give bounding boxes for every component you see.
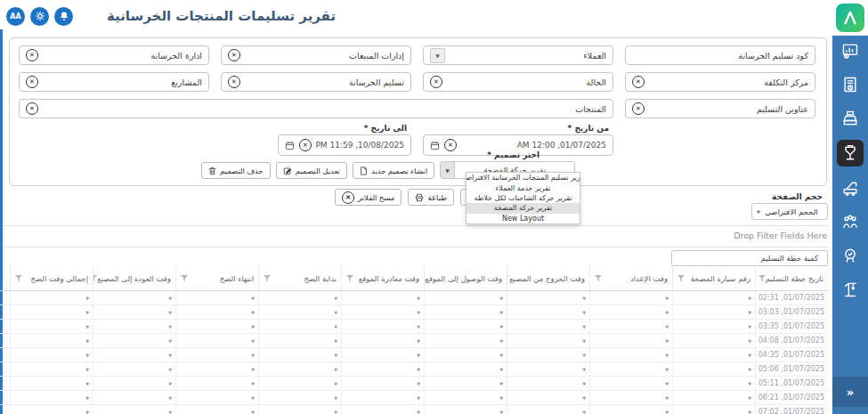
notifications-button[interactable] [54, 7, 73, 26]
cell-chevron-down-icon[interactable]: ▼ [499, 324, 503, 329]
cell-chevron-down-icon[interactable]: ▼ [251, 353, 255, 358]
sidebar-item-tower-crane[interactable] [837, 277, 864, 302]
chevron-down-icon[interactable]: ▼ [441, 162, 455, 178]
table-cell[interactable]: ▼ [507, 320, 589, 333]
cell-chevron-down-icon[interactable]: ▼ [665, 410, 669, 414]
cell-chevron-down-icon[interactable]: ▼ [582, 296, 586, 301]
table-cell[interactable]: ▼ [93, 391, 175, 404]
cell-chevron-down-icon[interactable]: ▼ [499, 395, 503, 401]
cell-chevron-down-icon[interactable]: ▼ [665, 324, 669, 329]
table-cell[interactable]: ▼ [258, 320, 341, 333]
cell-chevron-down-icon[interactable]: ▼ [582, 324, 586, 329]
table-cell[interactable]: ▼ [175, 334, 258, 347]
table-cell[interactable]: ▼ [258, 362, 341, 376]
filter-input[interactable]: مركز التكلفة✕ [625, 72, 815, 92]
table-cell[interactable]: ▼ [10, 362, 93, 376]
clear-field-icon[interactable]: ✕ [26, 49, 38, 61]
table-cell[interactable]: ▼ [424, 405, 507, 414]
cell-chevron-down-icon[interactable]: ▼ [417, 338, 420, 344]
table-cell[interactable]: ▼ [672, 405, 755, 414]
cell-chevron-down-icon[interactable]: ▼ [251, 324, 255, 329]
design-option[interactable]: New Layout [466, 214, 580, 223]
app-logo[interactable] [836, 4, 864, 32]
table-cell[interactable]: ▼ [507, 348, 589, 361]
cell-chevron-down-icon[interactable]: ▼ [251, 296, 255, 301]
cell-chevron-down-icon[interactable]: ▼ [168, 395, 172, 401]
table-cell[interactable]: ▼ [175, 391, 258, 404]
cell-chevron-down-icon[interactable]: ▼ [417, 296, 420, 301]
table-cell[interactable]: ▼ [672, 348, 755, 361]
table-cell[interactable]: ▼ [93, 320, 175, 333]
cell-chevron-down-icon[interactable]: ▼ [251, 410, 255, 414]
filter-input[interactable]: ادارة الخرسانة✕ [19, 45, 209, 65]
table-cell[interactable]: ▼ [10, 305, 93, 319]
table-cell[interactable]: ▼ [507, 377, 589, 390]
table-cell[interactable]: ▼ [175, 362, 258, 376]
table-cell[interactable]: ▼ [258, 391, 341, 404]
table-cell[interactable]: ▼ [589, 362, 672, 376]
cell-chevron-down-icon[interactable]: ▼ [334, 367, 337, 372]
design-option[interactable]: تقرير خدمة العملاء [466, 183, 580, 192]
table-cell[interactable]: ▼ [672, 362, 755, 376]
cell-chevron-down-icon[interactable]: ▼ [417, 310, 420, 315]
cell-chevron-down-icon[interactable]: ▼ [748, 367, 751, 372]
table-cell[interactable]: ▼ [341, 348, 424, 361]
filter-funnel-icon[interactable] [595, 275, 602, 282]
table-cell[interactable]: ▼ [589, 334, 672, 347]
sidebar-item-workers[interactable] [837, 209, 864, 234]
print-button[interactable]: طباعة [408, 189, 454, 206]
table-cell[interactable]: ▼ [507, 334, 589, 347]
column-header[interactable]: وقت مغادرة الموقع [341, 266, 424, 290]
sidebar-item-concrete-pump[interactable] [837, 175, 864, 200]
filter-funnel-icon[interactable] [15, 275, 22, 282]
create-design-button[interactable]: انشاء تصميم جديد [353, 162, 434, 179]
table-cell[interactable]: ▼ [93, 377, 175, 390]
table-cell[interactable]: ▼ [93, 334, 175, 347]
cell-chevron-down-icon[interactable]: ▼ [417, 324, 420, 329]
calendar-icon[interactable] [430, 141, 440, 150]
table-cell[interactable]: ▼ [672, 391, 755, 404]
table-cell[interactable]: ▼ [507, 291, 589, 304]
cell-chevron-down-icon[interactable]: ▼ [582, 395, 586, 401]
table-cell[interactable]: ▼ [10, 291, 93, 304]
clear-field-icon[interactable]: ✕ [430, 76, 442, 88]
design-option[interactable]: تقرير حركة الشاحنات لكل خلاطة [466, 193, 580, 203]
table-cell[interactable]: ▼ [589, 320, 672, 333]
cell-chevron-down-icon[interactable]: ▼ [665, 381, 669, 386]
column-header[interactable]: وقت العودة إلى المصنع [93, 266, 175, 290]
table-cell[interactable]: ▼ [424, 362, 507, 376]
cell-chevron-down-icon[interactable]: ▼ [85, 296, 89, 301]
data-field-chip[interactable]: كمية خطة التسليم [671, 250, 828, 266]
clear-field-icon[interactable]: ✕ [632, 102, 645, 115]
sidebar-item-quality-badge[interactable] [837, 243, 864, 268]
filter-funnel-icon[interactable] [93, 275, 97, 282]
table-cell[interactable]: ▼ [10, 348, 93, 361]
column-header[interactable]: تاريخ خطة التسليم [755, 266, 828, 290]
cell-chevron-down-icon[interactable]: ▼ [748, 324, 751, 329]
cell-chevron-down-icon[interactable]: ▼ [748, 310, 751, 315]
clear-field-icon[interactable]: ✕ [228, 49, 240, 61]
sidebar-collapse-button[interactable]: « [832, 377, 868, 407]
table-cell[interactable]: ▼ [672, 320, 755, 333]
column-header[interactable]: وقت الإعداد [589, 266, 672, 290]
table-cell[interactable]: ▼ [589, 348, 672, 361]
cell-chevron-down-icon[interactable]: ▼ [168, 338, 172, 344]
column-header[interactable]: إجمالي وقت الضخ [10, 266, 93, 290]
table-cell[interactable]: ▼ [672, 377, 755, 390]
table-cell[interactable]: ▼ [672, 334, 755, 347]
filter-input[interactable]: المشاريع✕ [19, 72, 209, 92]
filter-input[interactable]: العملاء▼ [423, 45, 613, 65]
table-cell[interactable]: ▼ [424, 291, 507, 304]
column-header[interactable]: انتهاء الضخ [175, 266, 258, 290]
sidebar-item-cash-register[interactable] [837, 106, 864, 131]
filter-funnel-icon[interactable] [758, 275, 766, 282]
clear-field-icon[interactable]: ✕ [228, 76, 240, 88]
filter-input[interactable]: الحالة✕ [423, 72, 613, 92]
table-cell[interactable]: ▼ [589, 377, 672, 390]
column-header[interactable]: وقت الوصول إلى الموقع [424, 266, 507, 290]
table-cell[interactable]: ▼ [341, 320, 424, 333]
cell-chevron-down-icon[interactable]: ▼ [85, 367, 89, 372]
table-cell[interactable]: ▼ [589, 305, 672, 319]
cell-chevron-down-icon[interactable]: ▼ [582, 338, 586, 344]
filter-input[interactable]: إدارات المبيعات✕ [221, 45, 411, 65]
